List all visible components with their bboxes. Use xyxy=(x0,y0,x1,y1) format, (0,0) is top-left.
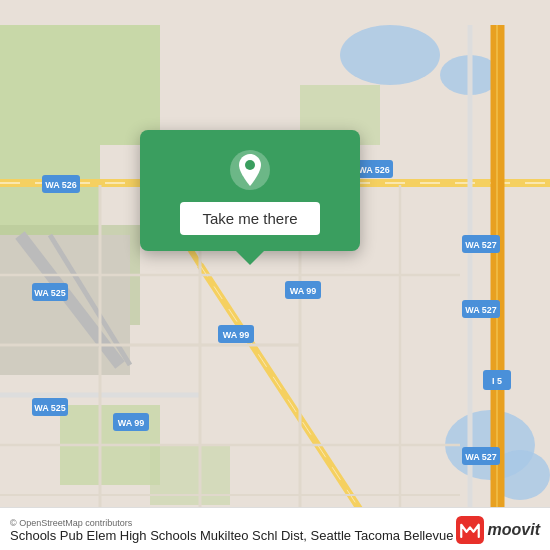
svg-rect-1 xyxy=(0,25,160,145)
svg-text:WA 99: WA 99 xyxy=(290,286,317,296)
place-title: Schools Pub Elem High Schools Mukilteo S… xyxy=(10,528,453,543)
moovit-brand-text: moovit xyxy=(488,521,540,539)
moovit-m-icon xyxy=(456,516,484,544)
svg-point-55 xyxy=(245,160,255,170)
svg-text:WA 525: WA 525 xyxy=(34,288,66,298)
bottom-bar: © OpenStreetMap contributors Schools Pub… xyxy=(0,507,550,550)
svg-text:WA 527: WA 527 xyxy=(465,305,497,315)
moovit-logo: moovit xyxy=(456,516,540,544)
svg-point-7 xyxy=(340,25,440,85)
map-attribution: © OpenStreetMap contributors xyxy=(10,518,453,528)
svg-text:WA 526: WA 526 xyxy=(45,180,77,190)
svg-text:WA 99: WA 99 xyxy=(118,418,145,428)
svg-text:WA 527: WA 527 xyxy=(465,240,497,250)
svg-text:WA 526: WA 526 xyxy=(358,165,390,175)
map-background: WA 526 WA 526 WA 527 WA 527 WA 99 WA 99 … xyxy=(0,0,550,550)
location-popup: Take me there xyxy=(140,130,360,251)
svg-text:WA 99: WA 99 xyxy=(223,330,250,340)
svg-text:WA 525: WA 525 xyxy=(34,403,66,413)
take-me-there-button[interactable]: Take me there xyxy=(180,202,319,235)
svg-text:WA 527: WA 527 xyxy=(465,452,497,462)
svg-text:I 5: I 5 xyxy=(492,376,502,386)
location-pin-icon xyxy=(228,148,272,192)
bottom-info: © OpenStreetMap contributors Schools Pub… xyxy=(10,518,453,543)
map-container: WA 526 WA 526 WA 527 WA 527 WA 99 WA 99 … xyxy=(0,0,550,550)
